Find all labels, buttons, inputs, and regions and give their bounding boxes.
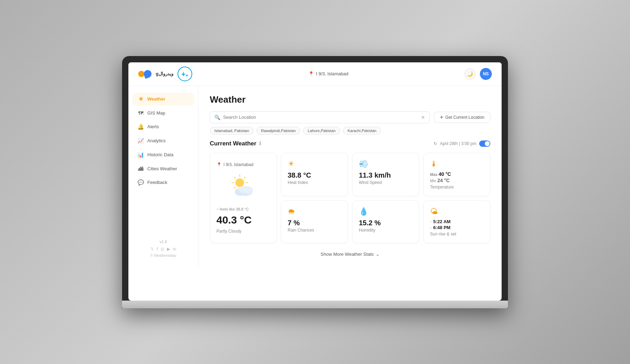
get-location-button[interactable]: ✈ Get Current Location [434, 112, 490, 123]
show-more-button[interactable]: Show More Weather Stats ⌄ [315, 249, 386, 260]
svg-line-5 [234, 177, 235, 178]
arrow-down-icon: ↓ [430, 226, 432, 229]
sidebar-item-alerts[interactable]: 🔔 Alerts [133, 121, 194, 133]
rain-icon: 🌧 [288, 207, 341, 216]
sunset-value: 6:48 PM [433, 225, 450, 230]
search-row: 🔍 ✕ ✈ Get Current Location [210, 111, 490, 123]
social-icons: 𝕏 f ◎ ▶ in [133, 247, 194, 252]
laptop-base [122, 301, 508, 308]
sidebar-item-weather-label: Weather [147, 96, 165, 102]
weather-icon: ☀ [138, 96, 144, 102]
main-temperature: 40.3 °C [216, 214, 252, 226]
main-location-text: I 9/3, Islamabad [223, 162, 253, 167]
search-section: 🔍 ✕ ✈ Get Current Location Islamabad, Pa… [210, 111, 490, 135]
header-location-text: I 9/3, Islamabad [316, 71, 349, 76]
sidebar-item-weather[interactable]: ☀ Weather [133, 93, 194, 105]
sidebar-item-alerts-label: Alerts [147, 124, 159, 129]
rain-card: 🌧 7 % Rain Chances [281, 200, 348, 243]
sidebar: ☀ Weather 🗺 GIS Map 🔔 Alerts 📈 Analytics [128, 86, 199, 268]
chip-rawalpindi[interactable]: Rawalpindi,Pakistan [256, 127, 300, 135]
cities-icon: 🏙 [138, 166, 144, 172]
humidity-label: Humidity [359, 228, 413, 233]
unit-toggle[interactable] [479, 140, 490, 147]
svg-point-0 [235, 178, 244, 187]
avatar-initials: NS [483, 71, 489, 76]
theme-toggle-button[interactable]: 🌙 [464, 68, 476, 80]
facebook-icon[interactable]: f [157, 247, 158, 252]
humidity-card: 💧 15.2 % Humidity [352, 200, 419, 243]
main-content: Weather 🔍 ✕ ✈ Get Current Location [199, 86, 502, 268]
location-chips: Islamabad, Pakistan Rawalpindi,Pakistan … [210, 127, 490, 135]
get-location-label: Get Current Location [445, 115, 484, 120]
chevron-down-icon: ⌄ [376, 252, 380, 257]
search-input[interactable] [223, 115, 418, 120]
bayer-cross-icon: ✛ [181, 70, 188, 77]
sidebar-item-analytics[interactable]: 📈 Analytics [133, 135, 194, 147]
sunrise-card: 🌤 ↑ 5:22 AM ↓ 6:48 PM Sun rise & set [423, 200, 490, 243]
user-avatar[interactable]: NS [480, 68, 492, 80]
chip-lahore[interactable]: Lahore,Pakistan [303, 127, 340, 135]
clear-icon[interactable]: ✕ [421, 115, 425, 120]
location-arrow-icon: ✈ [440, 115, 443, 120]
brand-logo [138, 70, 152, 78]
show-more-label: Show More Weather Stats [321, 252, 374, 257]
linkedin-icon[interactable]: in [173, 247, 176, 252]
info-icon: ℹ [259, 141, 261, 146]
sun-cloud-svg [228, 174, 259, 199]
heat-index-value: 38.8 °C [288, 171, 341, 179]
search-box[interactable]: 🔍 ✕ [210, 111, 430, 123]
main-weather-card: 📍 I 9/3, Islamabad [210, 153, 277, 243]
alerts-icon: 🔔 [138, 124, 144, 130]
sidebar-item-feedback-label: Feedback [147, 180, 167, 185]
logo-area: ويدروالg ✛ [138, 67, 192, 81]
sidebar-item-historic[interactable]: 📊 Historic Data [133, 149, 194, 161]
feedback-icon: 💬 [138, 179, 144, 186]
temp-min-row: Min 24 °C [430, 178, 484, 183]
sunset-time: ↓ 6:48 PM [430, 225, 484, 230]
pin-icon: 📍 [308, 71, 314, 76]
sidebar-item-gis-map[interactable]: 🗺 GIS Map [133, 107, 194, 119]
main-pin-icon: 📍 [216, 162, 222, 167]
map-icon: 🗺 [138, 110, 144, 116]
twitter-icon[interactable]: 𝕏 [150, 247, 154, 252]
sidebar-item-historic-label: Historic Data [147, 152, 173, 157]
sunrise-icon: 🌤 [430, 207, 484, 216]
sidebar-item-feedback[interactable]: 💬 Feedback [133, 176, 194, 189]
chip-karachi[interactable]: Karachi,Pakistan [343, 127, 381, 135]
show-more-row: Show More Weather Stats ⌄ [210, 249, 490, 260]
wind-icon: 💨 [359, 159, 413, 169]
temperature-label: Temperature [430, 185, 484, 190]
youtube-icon[interactable]: ▶ [167, 247, 170, 252]
section-header: Current Weather ℹ ↻ April 28th | 3:00 pm [210, 140, 490, 147]
chip-islamabad[interactable]: Islamabad, Pakistan [210, 127, 254, 135]
historic-icon: 📊 [138, 152, 144, 158]
main-layout: ☀ Weather 🗺 GIS Map 🔔 Alerts 📈 Analytics [128, 86, 502, 268]
sidebar-item-cities[interactable]: 🏙 Cities Weather [133, 163, 194, 175]
sun-icon: ☀ [288, 159, 341, 169]
sidebar-nav: ☀ Weather 🗺 GIS Map 🔔 Alerts 📈 Analytics [133, 93, 194, 189]
bayer-logo: ✛ [177, 67, 192, 81]
analytics-icon: 📈 [138, 138, 144, 144]
temperature-card: 🌡 Max 40 °C Min 24 °C Temperature [423, 153, 490, 196]
sunrise-value: 5:22 AM [433, 219, 450, 224]
weather-description: Partly Cloudy [216, 229, 241, 234]
instagram-icon[interactable]: ◎ [161, 247, 164, 252]
sidebar-item-analytics-label: Analytics [147, 138, 166, 143]
version-label: v1.0 [133, 240, 194, 244]
temp-max-row: Max 40 °C [430, 171, 484, 177]
wind-speed-card: 💨 11.3 km/h Wind Speed [352, 153, 419, 196]
svg-line-7 [244, 177, 245, 178]
moon-icon: 🌙 [467, 71, 473, 77]
brand-name: ويدروالg [156, 71, 173, 76]
date-time: April 28th | 3:00 pm [440, 141, 476, 146]
header-location: 📍 I 9/3, Islamabad [308, 71, 349, 76]
page-title: Weather [210, 94, 490, 105]
arrow-up-icon: ↑ [430, 220, 432, 224]
section-meta: ↻ April 28th | 3:00 pm [434, 140, 490, 147]
main-location: 📍 I 9/3, Islamabad [216, 162, 253, 167]
search-icon: 🔍 [214, 115, 220, 120]
humidity-value: 15.2 % [359, 219, 413, 227]
section-title-area: Current Weather ℹ [210, 140, 261, 147]
sidebar-item-gis-label: GIS Map [147, 110, 165, 116]
header-right: 🌙 NS [464, 68, 492, 80]
